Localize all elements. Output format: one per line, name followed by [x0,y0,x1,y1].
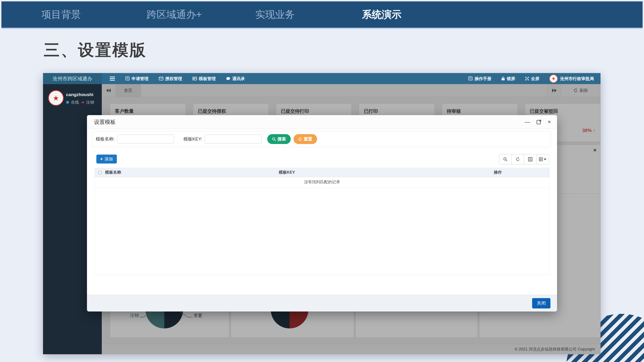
template-name-input[interactable] [117,135,174,144]
nav-item-auth-management[interactable]: 授权管理 [159,76,182,81]
search-icon [503,157,508,161]
card-icon [192,77,197,80]
nav-item-label: 操作手册 [474,76,492,81]
nav-item-label: 锁屏 [507,76,515,81]
settings-template-modal: 设置模板 — × 模板名称: 模板KEY: 搜索 [87,115,557,311]
nav-item-contacts[interactable]: 通讯录 [226,76,245,81]
app-window: 沧州市跨区域通办 申请管理 授权管理 [43,73,600,354]
list-view-icon [528,157,532,161]
close-modal-button[interactable]: 关闭 [532,298,550,309]
column-header-template-key: 模板KEY [279,168,295,177]
template-key-label: 模板KEY: [183,136,202,142]
reset-icon [298,137,302,141]
nav-item-template-management[interactable]: 模板管理 [192,76,216,81]
template-key-input[interactable] [205,135,262,144]
modal-footer: 关闭 [87,295,557,312]
add-template-button[interactable]: + 添加 [96,155,117,163]
nav-item-label: 全屏 [531,76,540,81]
slide-tab-business[interactable]: 实现业务 [255,1,295,28]
user-menu[interactable]: ★ 沧州市行政审批局 [549,74,594,83]
templates-table: 模板名称 模板KEY 操作 没有找到匹配的记录 [94,168,550,275]
table-empty-message: 没有找到匹配的记录 [95,177,549,187]
minimize-icon[interactable]: — [524,119,530,125]
search-icon [272,137,276,141]
app-navbar: 沧州市跨区域通办 申请管理 授权管理 [43,73,600,84]
slide-tab-cross-region[interactable]: 跨区域通办+ [147,1,202,28]
table-header-row: 模板名称 模板KEY 操作 [95,168,549,177]
nav-item-label: 申请管理 [132,76,148,81]
slide: 项目背景 跨区域通办+ 实现业务 系统演示 三、设置模版 沧州市跨区域通办 申请… [0,0,644,362]
table-search-button[interactable] [499,154,512,164]
reset-button-label: 重置 [304,136,312,142]
lock-icon [501,77,505,81]
avatar: ★ [48,90,64,106]
sidebar-username: cangzhoushi [66,92,93,97]
envelope-icon [159,77,163,80]
template-name-label: 模板名称: [96,136,115,142]
search-button-label: 搜索 [278,136,286,142]
nav-item-label: 通讯录 [232,76,245,81]
chevron-down-icon [544,159,546,160]
column-header-actions: 操作 [494,168,502,177]
nav-item-apply-management[interactable]: 申请管理 [125,76,148,81]
agency-seal-icon: ★ [549,74,558,83]
table-toolbar-icon-group [499,154,549,164]
refresh-icon [516,157,520,161]
select-all-checkbox[interactable] [98,171,102,174]
app-nav-left: 申请管理 授权管理 模板管理 [102,76,245,81]
fullscreen-icon [525,77,529,81]
slide-tab-bar: 项目背景 跨区域通办+ 实现业务 系统演示 [2,1,642,28]
reset-button[interactable]: 重置 [294,134,317,144]
grid-icon [539,157,543,161]
app-brand: 沧州市跨区域通办 [43,73,102,84]
template-search-panel: 模板名称: 模板KEY: 搜索 重置 [92,131,551,147]
add-button-label: 添加 [104,156,113,162]
page-title: 三、设置模版 [44,39,147,61]
book-icon [125,77,130,81]
table-refresh-button[interactable] [512,154,524,164]
maximize-icon[interactable] [536,119,542,124]
nav-item-fullscreen[interactable]: 全屏 [525,76,540,81]
online-label: 在线 [71,100,79,105]
logout-icon: ➜ [81,100,84,105]
chat-bubble-icon [226,77,230,81]
logout-link[interactable]: 注销 [86,100,94,105]
app-nav-right: 操作手册 锁屏 全屏 ★ 沧州市行政审批局 [468,74,600,83]
table-detail-view-button[interactable] [524,154,536,164]
manual-book-icon [468,77,473,81]
sidebar-status-row: 在线 ➜ 注销 [66,100,94,105]
nav-item-label: 授权管理 [165,76,182,81]
modal-window-controls: — × [524,115,551,129]
user-name: 沧州市行政审批局 [560,76,594,81]
search-button[interactable]: 搜索 [267,134,291,144]
modal-header: 设置模板 — × [87,115,557,129]
nav-item-lock-screen[interactable]: 锁屏 [501,76,515,81]
plus-icon: + [100,156,103,162]
column-header-template-name: 模板名称 [105,168,121,177]
nav-item-manual[interactable]: 操作手册 [468,76,492,81]
online-dot-icon [66,101,69,104]
nav-item-label: 模板管理 [199,76,216,81]
close-icon[interactable]: × [548,119,551,125]
slide-tab-project-background[interactable]: 项目背景 [41,1,81,28]
table-columns-button[interactable] [536,154,549,164]
slide-tab-system-demo[interactable]: 系统演示 [362,1,402,28]
modal-title: 设置模板 [94,115,116,129]
menu-toggle-icon[interactable] [110,77,115,81]
